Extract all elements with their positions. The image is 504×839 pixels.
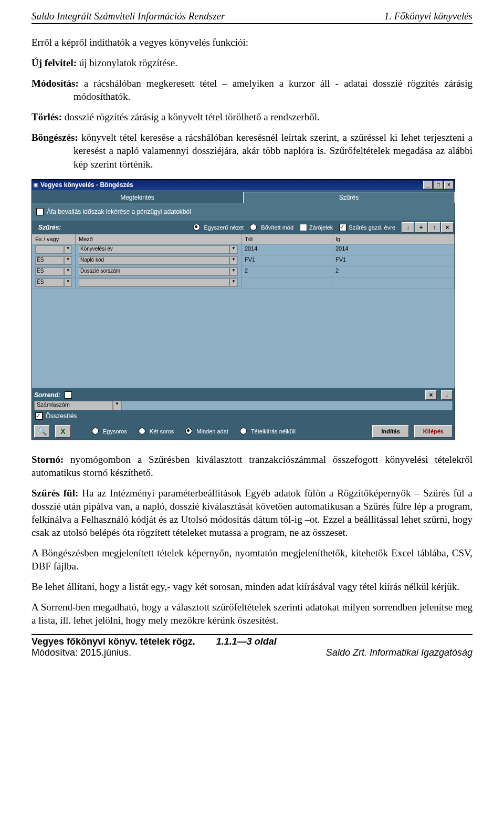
op-dropdown[interactable]: ÉS: [35, 278, 64, 287]
filter-label: Szűrés:: [33, 224, 66, 231]
checkbox-osszesites[interactable]: [35, 412, 43, 420]
radio-egysoros-label: Egysoros: [103, 428, 127, 434]
filter-grid: És / vagy Mező Tól Ig ▼ Könyvelési év▼ 2…: [32, 234, 455, 388]
para-szuresful: Szűrés fül: Ha az Intézményi paraméterbe…: [32, 486, 472, 539]
maximize-button[interactable]: □: [434, 181, 443, 189]
tab-szures[interactable]: Szűrés: [243, 192, 455, 203]
sorrend-delete-button[interactable]: ×: [425, 390, 437, 400]
footer-page: 1.1.1—3 oldal: [216, 636, 277, 647]
lead-ujfelvitel: Új felvitel:: [32, 57, 77, 68]
radio-bovitett[interactable]: [250, 224, 257, 231]
footer-title: Vegyes főkönyvi könyv. tételek rögz.: [32, 636, 195, 647]
from-cell[interactable]: [242, 277, 332, 288]
titlebar: ▣ Vegyes könyvelés - Böngészés _ □ ×: [32, 180, 455, 190]
para-modositas: Módosítás: a rácshálóban megkeresett tét…: [32, 77, 472, 103]
sorrend-checkbox[interactable]: [65, 391, 72, 399]
op-dropdown[interactable]: ÉS: [35, 267, 64, 276]
sort-field-dropdown[interactable]: Számlaszám: [34, 401, 113, 410]
doc-footer: Vegyes főkönyvi könyv. tételek rögz. 1.1…: [32, 634, 472, 658]
text-storno: nyomógombon a Szűrésben kiválasztott tra…: [32, 454, 472, 478]
field-dropdown[interactable]: [79, 278, 229, 287]
doc-header: Saldo Integrált Számviteli Információs R…: [32, 11, 472, 24]
excel-button[interactable]: X: [55, 425, 71, 438]
checkbox-gazd-evre[interactable]: [339, 224, 346, 231]
start-button[interactable]: Indítás: [372, 425, 408, 438]
field-dropdown[interactable]: Napló kód: [79, 256, 229, 265]
minimize-button[interactable]: _: [423, 181, 433, 189]
from-cell[interactable]: 2: [242, 266, 332, 277]
checkbox-afa-label: Áfa bevallás időszak lekérése a pénzügyi…: [47, 208, 191, 215]
dropdown-arrow-icon[interactable]: ▼: [229, 245, 238, 254]
tab-megtekintes[interactable]: Megtekintés: [32, 192, 243, 203]
filter-add-button[interactable]: +: [415, 222, 427, 233]
dropdown-arrow-icon[interactable]: ▼: [64, 245, 72, 254]
checkbox-zarojel-label: Zárójelek: [309, 224, 333, 231]
close-button[interactable]: ×: [444, 181, 454, 189]
to-cell[interactable]: 2014: [332, 244, 455, 255]
op-dropdown[interactable]: ÉS: [35, 256, 64, 265]
field-dropdown[interactable]: Könyvelési év: [79, 245, 229, 254]
lead-torles: Törlés:: [32, 111, 62, 122]
lead-modositas: Módosítás:: [32, 78, 79, 89]
filter-down-button[interactable]: ↓: [402, 222, 414, 233]
checkbox-zarojel[interactable]: [300, 224, 307, 231]
lead-szuresful: Szűrés fül:: [32, 488, 78, 499]
exit-button[interactable]: Kilépés: [414, 425, 453, 438]
to-cell[interactable]: 2: [332, 266, 455, 277]
field-dropdown[interactable]: Dosszié sorszám: [79, 267, 229, 276]
radio-ketsoros[interactable]: [139, 428, 145, 434]
para-ujfelvitel: Új felvitel: új bizonylatok rögzítése.: [32, 56, 472, 69]
dropdown-arrow-icon[interactable]: ▼: [229, 278, 238, 287]
embedded-screenshot: ▣ Vegyes könyvelés - Böngészés _ □ × Meg…: [32, 179, 472, 440]
para-storno: Stornó: nyomógombon a Szűrésben kiválasz…: [32, 453, 472, 479]
dropdown-arrow-icon[interactable]: ▼: [64, 278, 72, 287]
dropdown-arrow-icon[interactable]: ▼: [64, 256, 72, 265]
filter-bar: Szűrés: Egyszerű nézet Bővített mód Záró…: [32, 221, 455, 234]
dropdown-arrow-icon[interactable]: ▼: [229, 267, 238, 276]
col-mezo: Mező: [76, 234, 242, 244]
para-bongeszes: Böngészés: könyvelt tétel keresése a rác…: [32, 131, 472, 170]
header-left: Saldo Integrált Számviteli Információs R…: [32, 11, 225, 22]
filter-row: ÉS▼ Dosszié sorszám▼ 2 2: [32, 266, 455, 277]
checkbox-afa[interactable]: [36, 208, 44, 215]
sorrend-down-button[interactable]: ↓: [441, 390, 453, 400]
filter-up-button[interactable]: ↑: [428, 222, 440, 233]
radio-egysoros[interactable]: [92, 428, 99, 434]
sorrend-label: Sorrend:: [34, 391, 60, 399]
para-sorrend: A Sorrend-ben megadható, hogy a választo…: [32, 600, 472, 627]
radio-mindenadat-label: Minden adat: [196, 428, 228, 434]
lead-storno: Stornó:: [32, 454, 64, 465]
checkbox-gazd-label: Szűrés gazd. évre: [349, 224, 395, 231]
radio-tetelnelkul-label: Tételkiírás nélküli: [251, 428, 296, 434]
col-tol: Tól: [242, 234, 332, 244]
preview-button[interactable]: 🔍: [34, 425, 50, 438]
radio-tetelnelkul[interactable]: [240, 428, 247, 434]
filter-delete-button[interactable]: ×: [441, 222, 454, 233]
grid-empty-area: [32, 288, 455, 388]
from-cell[interactable]: FV1: [242, 255, 332, 266]
radio-egyszeru-label: Egyszerű nézet: [204, 224, 244, 231]
to-cell[interactable]: [332, 277, 455, 288]
checkbox-afa-row: Áfa bevallás időszak lekérése a pénzügyi…: [35, 205, 452, 219]
sort-empty-field: [121, 401, 453, 410]
filter-row: ÉS▼ ▼: [32, 277, 455, 288]
filter-row: ▼ Könyvelési év▼ 2014 2014: [32, 244, 455, 255]
window-title: Vegyes könyvelés - Böngészés: [40, 181, 423, 189]
radio-ketsoros-label: Két soros: [150, 428, 174, 434]
header-right: 1. Főkönyvi könyvelés: [384, 11, 472, 22]
from-cell[interactable]: 2014: [242, 244, 332, 255]
dropdown-arrow-icon[interactable]: ▼: [229, 256, 238, 265]
col-es-vagy: És / vagy: [32, 234, 76, 244]
magnifier-icon: 🔍: [38, 427, 47, 436]
filter-row: ÉS▼ Napló kód▼ FV1 FV1: [32, 255, 455, 266]
radio-mindenadat[interactable]: [185, 428, 192, 434]
dropdown-arrow-icon[interactable]: ▼: [113, 401, 121, 410]
tabbar: Megtekintés Szűrés: [32, 190, 455, 203]
col-ig: Ig: [332, 234, 455, 244]
checkbox-osszesites-label: Összesítés: [46, 412, 77, 420]
dropdown-arrow-icon[interactable]: ▼: [64, 267, 72, 276]
op-dropdown[interactable]: [35, 245, 64, 254]
radio-egyszeru[interactable]: [193, 224, 200, 231]
footer-org: Saldo Zrt. Informatikai Igazgatóság: [326, 647, 472, 658]
to-cell[interactable]: FV1: [332, 255, 455, 266]
